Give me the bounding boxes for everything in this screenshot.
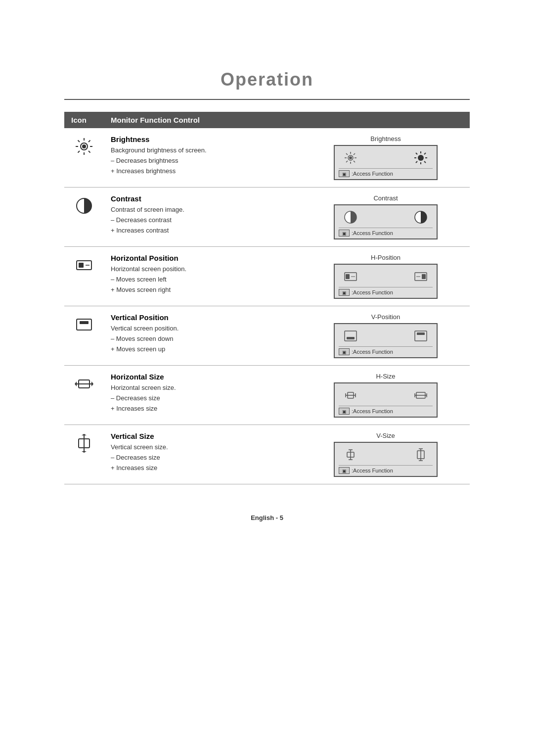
brightness-bright-icon	[414, 151, 428, 165]
func-cell-v-position: Vertical Position Vertical screen positi…	[104, 306, 302, 366]
svg-line-6	[89, 151, 90, 153]
v-position-icon	[75, 315, 93, 334]
table-row-v-position: Vertical Position Vertical screen positi…	[64, 306, 470, 366]
icon-cell-brightness	[64, 128, 104, 188]
page-footer: English - 5	[251, 514, 283, 521]
ctrl-box-contrast: ▣ : Access Function	[334, 204, 438, 239]
table-row-v-size: Vertical Size Vertical screen size. – De…	[64, 425, 470, 484]
h-position-icon	[75, 256, 93, 275]
ctrl-box-brightness: ▣ : Access Function	[334, 145, 438, 180]
access-label-brightness: Access Function	[353, 171, 393, 177]
ctrl-cell-contrast: Contrast ▣ :	[302, 188, 470, 247]
func-desc-h-size: Horizontal screen size. – Decreases size…	[111, 383, 297, 414]
ctrl-footer-h-position: ▣ : Access Function	[339, 287, 433, 296]
svg-line-8	[78, 151, 80, 153]
ctrl-footer-h-size: ▣ : Access Function	[339, 406, 433, 415]
page-title: Operation	[221, 69, 313, 90]
func-title-brightness: Brightness	[111, 135, 297, 143]
h-pos-right-icon	[414, 270, 428, 284]
ctrl-label-v-position: V-Position	[307, 313, 465, 321]
ctrl-box-h-size: ▣ : Access Function	[334, 382, 438, 418]
svg-line-27	[424, 153, 426, 154]
svg-rect-36	[346, 274, 350, 279]
svg-point-19	[349, 156, 352, 159]
menu-icon-contrast: ▣	[339, 230, 350, 236]
ctrl-cell-brightness: Brightness	[302, 128, 470, 188]
svg-line-15	[346, 153, 348, 155]
ctrl-label-h-position: H-Position	[307, 254, 465, 261]
h-size-narrow-icon	[344, 388, 357, 402]
func-title-contrast: Contrast	[111, 194, 297, 203]
func-cell-v-size: Vertical Size Vertical screen size. – De…	[104, 425, 302, 484]
menu-icon-brightness: ▣	[339, 170, 350, 177]
svg-marker-49	[91, 381, 93, 386]
ctrl-cell-h-size: H-Size	[302, 366, 470, 425]
menu-icon-h-size: ▣	[339, 408, 350, 415]
access-label-h-position: Access Function	[353, 289, 393, 295]
svg-point-20	[418, 155, 424, 161]
func-cell-brightness: Brightness Background brightness of scre…	[104, 128, 302, 188]
table-header-row: Icon Monitor Function Control	[64, 112, 470, 128]
ctrl-box-icons-brightness	[339, 149, 433, 167]
icon-cell-h-position	[64, 247, 104, 306]
access-label-v-position: Access Function	[353, 349, 393, 355]
table-row-h-size: Horizontal Size Horizontal screen size. …	[64, 366, 470, 425]
header-icon: Icon	[64, 112, 104, 128]
func-desc-h-position: Horizontal screen position. – Moves scre…	[111, 264, 297, 295]
access-label-h-size: Access Function	[353, 408, 393, 414]
table-row-brightness: Brightness Background brightness of scre…	[64, 128, 470, 188]
svg-line-16	[354, 161, 355, 162]
svg-line-18	[346, 161, 348, 162]
menu-icon-v-position: ▣	[339, 348, 350, 355]
v-size-icon	[75, 434, 93, 453]
table-row-h-position: Horizontal Position Horizontal screen po…	[64, 247, 470, 306]
function-table: Icon Monitor Function Control	[64, 112, 470, 484]
ctrl-footer-v-position: ▣ : Access Function	[339, 346, 433, 355]
ctrl-label-brightness: Brightness	[307, 135, 465, 142]
svg-point-9	[82, 144, 86, 148]
header-function: Monitor Function Control	[104, 112, 302, 128]
h-pos-left-icon	[344, 270, 357, 284]
ctrl-box-v-size: ▣ : Access Function	[334, 442, 438, 477]
contrast-high-icon	[414, 210, 428, 224]
svg-line-5	[78, 141, 80, 142]
ctrl-footer-contrast: ▣ : Access Function	[339, 228, 433, 236]
svg-marker-48	[75, 381, 77, 386]
func-title-v-size: Vertical Size	[111, 432, 297, 440]
ctrl-box-icons-v-position	[339, 327, 433, 345]
svg-marker-61	[82, 451, 87, 453]
h-size-wide-icon	[414, 388, 428, 402]
ctrl-box-icons-contrast	[339, 208, 433, 226]
menu-icon-v-size: ▣	[339, 467, 350, 474]
ctrl-footer-brightness: ▣ : Access Function	[339, 168, 433, 177]
svg-rect-41	[77, 319, 91, 330]
func-desc-brightness: Background brightness of screen. – Decre…	[111, 145, 297, 176]
svg-line-26	[424, 161, 426, 163]
brightness-dim-icon	[344, 151, 357, 165]
icon-cell-v-size	[64, 425, 104, 484]
table-row-contrast: Contrast Contrast of screen image. – Dec…	[64, 188, 470, 247]
v-pos-down-icon	[344, 329, 357, 343]
access-label-v-size: Access Function	[353, 468, 393, 473]
icon-cell-v-position	[64, 306, 104, 366]
svg-line-25	[416, 153, 417, 154]
ctrl-cell-v-size: V-Size	[302, 425, 470, 484]
func-desc-v-position: Vertical screen position. – Moves screen…	[111, 324, 297, 354]
ctrl-footer-v-size: ▣ : Access Function	[339, 465, 433, 474]
svg-line-17	[354, 153, 355, 155]
ctrl-label-v-size: V-Size	[307, 432, 465, 439]
func-title-h-size: Horizontal Size	[111, 373, 297, 381]
ctrl-label-h-size: H-Size	[307, 373, 465, 380]
h-size-icon	[75, 375, 93, 393]
func-cell-contrast: Contrast Contrast of screen image. – Dec…	[104, 188, 302, 247]
access-label-contrast: Access Function	[353, 230, 393, 236]
ctrl-cell-v-position: V-Position ▣ :	[302, 306, 470, 366]
header-control	[302, 112, 470, 128]
svg-rect-39	[422, 274, 426, 279]
svg-line-7	[89, 141, 90, 142]
menu-icon-h-position: ▣	[339, 289, 350, 296]
v-size-tall-icon	[414, 448, 428, 462]
contrast-icon	[75, 196, 93, 215]
func-cell-h-size: Horizontal Size Horizontal screen size. …	[104, 366, 302, 425]
ctrl-cell-h-position: H-Position	[302, 247, 470, 306]
